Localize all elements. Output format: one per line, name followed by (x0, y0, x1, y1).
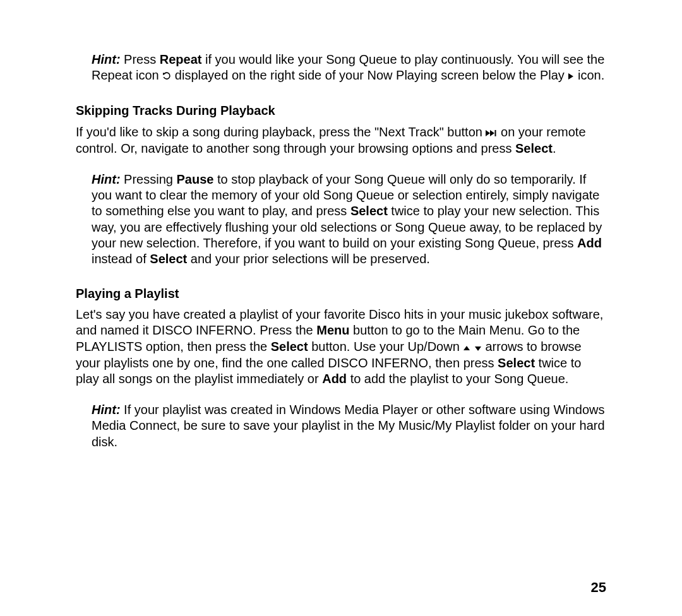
heading-skipping-tracks: Skipping Tracks During Playback (76, 103, 606, 119)
svg-marker-2 (486, 130, 490, 136)
select-word: Select (498, 356, 535, 370)
hint-text: icon. (574, 68, 604, 82)
hint-text: Pressing (121, 172, 177, 186)
paragraph-skipping: If you'd like to skip a song during play… (76, 124, 606, 157)
hint-text: and your prior selections will be preser… (187, 252, 430, 266)
menu-word: Menu (316, 323, 349, 337)
heading-playing-playlist: Playing a Playlist (76, 286, 606, 302)
svg-marker-5 (464, 346, 470, 350)
svg-marker-6 (475, 346, 481, 351)
page-number: 25 (591, 579, 606, 596)
body-text: If you'd like to skip a song during play… (76, 125, 486, 139)
body-text: . (553, 141, 556, 155)
manual-page: Hint: Press Repeat if you would like you… (0, 0, 682, 450)
pause-word: Pause (176, 172, 213, 186)
next-track-icon (486, 125, 497, 141)
play-icon (568, 68, 574, 84)
hint-label: Hint: (92, 52, 121, 66)
hint-label: Hint: (92, 172, 121, 186)
add-word: Add (322, 372, 347, 386)
hint-text: displayed on the right side of your Now … (171, 68, 568, 82)
hint-text: instead of (92, 252, 150, 266)
hint-repeat: Hint: Press Repeat if you would like you… (76, 52, 606, 84)
select-word: Select (150, 252, 187, 266)
select-word: Select (515, 141, 553, 155)
repeat-icon (162, 68, 171, 84)
hint-text: Press (121, 52, 160, 66)
svg-rect-4 (495, 130, 496, 136)
paragraph-playing: Let's say you have created a playlist of… (76, 307, 606, 387)
hint-label: Hint: (92, 403, 121, 417)
repeat-word: Repeat (160, 52, 202, 66)
add-word: Add (577, 236, 602, 250)
body-text: button. Use your Up/Down (308, 340, 464, 353)
up-arrow-icon (463, 340, 470, 355)
down-arrow-icon (474, 340, 482, 355)
svg-marker-1 (568, 73, 573, 80)
hint-text: If your playlist was created in Windows … (92, 403, 605, 448)
hint-playlist-folder: Hint: If your playlist was created in Wi… (76, 402, 606, 450)
body-text: to add the playlist to your Song Queue. (347, 372, 568, 386)
svg-marker-3 (490, 130, 494, 136)
select-word: Select (271, 340, 308, 353)
hint-pause: Hint: Pressing Pause to stop playback of… (76, 172, 606, 267)
select-word: Select (350, 204, 388, 218)
